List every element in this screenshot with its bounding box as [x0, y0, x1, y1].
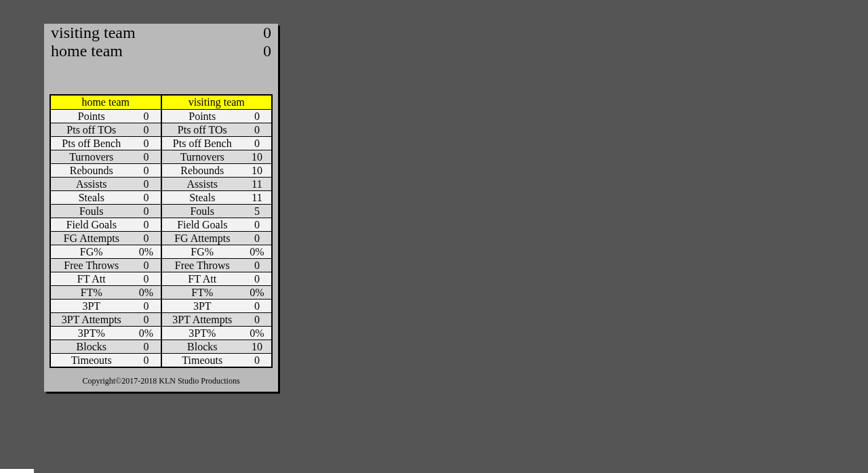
stat-value: 0 [132, 218, 161, 231]
table-row: FT Att0 [162, 272, 272, 286]
stat-label: Timeouts [51, 354, 132, 367]
stat-value: 0 [132, 191, 161, 204]
stat-label: Blocks [162, 340, 243, 353]
stat-label: Turnovers [162, 150, 243, 163]
stat-value: 0 [132, 340, 161, 353]
table-row: FT%0% [162, 286, 272, 300]
visiting-stats-column: visiting team Points0Pts off TOs0Pts off… [162, 96, 272, 367]
table-row: Blocks10 [162, 340, 272, 354]
stat-value: 0 [132, 300, 161, 312]
stat-value: 0% [243, 286, 271, 299]
stat-value: 0 [243, 272, 271, 285]
table-row: Timeouts0 [162, 354, 272, 367]
home-column-header: home team [51, 96, 161, 110]
bottom-bar [0, 469, 34, 473]
stat-value: 0 [243, 123, 271, 136]
stat-label: Field Goals [162, 218, 243, 231]
table-row: Assists11 [162, 178, 272, 191]
table-row: Field Goals0 [51, 218, 161, 232]
home-team-name: home team [51, 42, 123, 60]
stat-label: Points [162, 110, 243, 123]
stat-label: 3PT [51, 300, 132, 312]
stat-value: 0 [132, 164, 161, 177]
stat-label: 3PT% [51, 327, 132, 340]
stat-value: 0 [132, 205, 161, 218]
table-row: FG Attempts0 [162, 232, 272, 245]
table-row: Rebounds10 [162, 164, 272, 178]
table-row: FT Att0 [51, 272, 161, 286]
table-row: Pts off TOs0 [162, 123, 272, 137]
stat-value: 0 [132, 259, 161, 272]
stat-value: 0 [243, 354, 271, 367]
stat-value: 0 [243, 218, 271, 231]
stat-value: 0% [132, 327, 161, 340]
stat-label: FT% [51, 286, 132, 299]
stat-value: 0 [132, 137, 161, 150]
stat-label: Pts off Bench [51, 137, 132, 150]
stat-label: Blocks [51, 340, 132, 353]
stat-value: 10 [243, 340, 271, 353]
stat-value: 0 [132, 313, 161, 326]
table-row: FG%0% [51, 245, 161, 259]
table-row: Rebounds0 [51, 164, 161, 178]
stats-panel: visiting team 0 home team 0 home team Po… [44, 24, 278, 392]
stat-label: Steals [51, 191, 132, 204]
stat-label: FT% [162, 286, 243, 299]
table-row: FT%0% [51, 286, 161, 300]
table-row: 3PT Attempts0 [162, 313, 272, 327]
stat-value: 0 [243, 300, 271, 312]
stats-table: home team Points0Pts off TOs0Pts off Ben… [50, 94, 273, 368]
stat-value: 11 [243, 191, 271, 204]
stat-label: FG Attempts [51, 232, 132, 245]
table-row: Points0 [162, 110, 272, 123]
table-row: Free Throws0 [51, 259, 161, 272]
home-stats-column: home team Points0Pts off TOs0Pts off Ben… [51, 96, 162, 367]
stat-label: Fouls [162, 205, 243, 218]
visiting-column-header: visiting team [162, 96, 272, 110]
stat-value: 0 [132, 110, 161, 123]
visiting-score-line: visiting team 0 [44, 24, 278, 42]
table-row: 3PT0 [51, 300, 161, 313]
stat-label: FT Att [51, 272, 132, 285]
stat-label: Pts off TOs [51, 123, 132, 136]
stat-value: 0% [243, 327, 271, 340]
home-team-score: 0 [263, 42, 271, 60]
stat-label: FG Attempts [162, 232, 243, 245]
table-row: Points0 [51, 110, 161, 123]
stat-label: FT Att [162, 272, 243, 285]
stat-value: 0 [132, 272, 161, 285]
stat-label: Rebounds [162, 164, 243, 177]
stat-label: 3PT% [162, 327, 243, 340]
stat-label: Pts off TOs [162, 123, 243, 136]
table-row: Pts off TOs0 [51, 123, 161, 137]
visiting-team-score: 0 [263, 24, 271, 42]
stat-value: 10 [243, 150, 271, 163]
stat-value: 0% [243, 245, 271, 258]
stat-value: 0 [243, 137, 271, 150]
stat-label: Steals [162, 191, 243, 204]
stat-label: Turnovers [51, 150, 132, 163]
table-row: Turnovers0 [51, 150, 161, 164]
stat-label: Points [51, 110, 132, 123]
stat-label: Fouls [51, 205, 132, 218]
home-score-line: home team 0 [44, 42, 278, 60]
stat-value: 0 [132, 232, 161, 245]
stat-value: 0 [132, 123, 161, 136]
table-row: Turnovers10 [162, 150, 272, 164]
stat-label: 3PT Attempts [51, 313, 132, 326]
table-row: Free Throws0 [162, 259, 272, 272]
table-row: Pts off Bench0 [51, 137, 161, 150]
stat-value: 0 [243, 313, 271, 326]
table-row: Steals0 [51, 191, 161, 205]
stat-value: 0 [243, 259, 271, 272]
stat-label: 3PT [162, 300, 243, 312]
stat-label: Free Throws [162, 259, 243, 272]
stat-label: Assists [162, 178, 243, 190]
stat-label: FG% [162, 245, 243, 258]
stat-value: 0 [243, 110, 271, 123]
stat-label: Rebounds [51, 164, 132, 177]
stat-label: Timeouts [162, 354, 243, 367]
copyright-text: Copyright©2017-2018 KLN Studio Productio… [44, 376, 278, 386]
stat-label: FG% [51, 245, 132, 258]
stat-value: 0 [132, 150, 161, 163]
